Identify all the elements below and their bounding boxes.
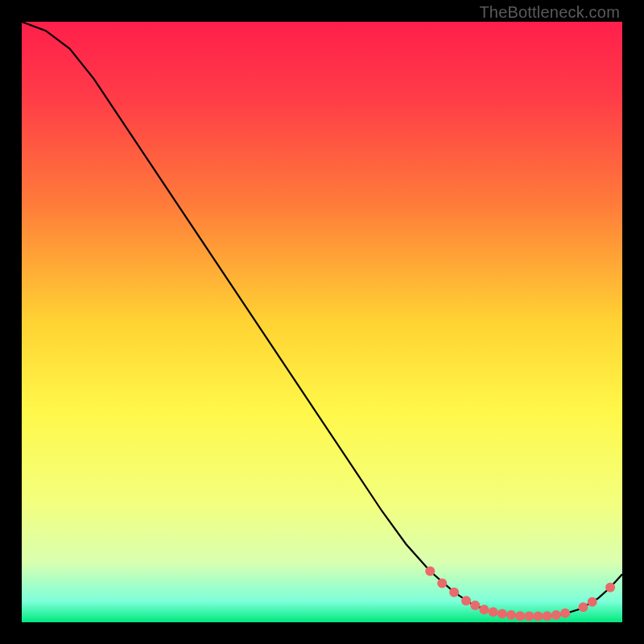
data-point: [579, 602, 588, 612]
data-point: [489, 607, 498, 617]
data-point: [479, 605, 489, 614]
data-point: [534, 612, 543, 621]
data-point: [470, 601, 480, 610]
data-point: [515, 611, 525, 621]
plot-background: [22, 22, 622, 622]
chart-svg: [22, 22, 622, 622]
data-point: [425, 567, 435, 576]
data-point: [560, 609, 570, 618]
data-point: [524, 612, 534, 621]
data-point: [543, 611, 552, 621]
data-point: [551, 610, 561, 620]
data-point: [588, 597, 597, 607]
chart-frame: [22, 22, 622, 622]
data-point: [506, 610, 516, 620]
data-point: [497, 609, 507, 619]
data-point: [437, 579, 447, 588]
data-point: [461, 596, 471, 605]
data-point: [449, 588, 459, 597]
data-point: [605, 583, 615, 592]
watermark-text: TheBottleneck.com: [479, 3, 620, 22]
